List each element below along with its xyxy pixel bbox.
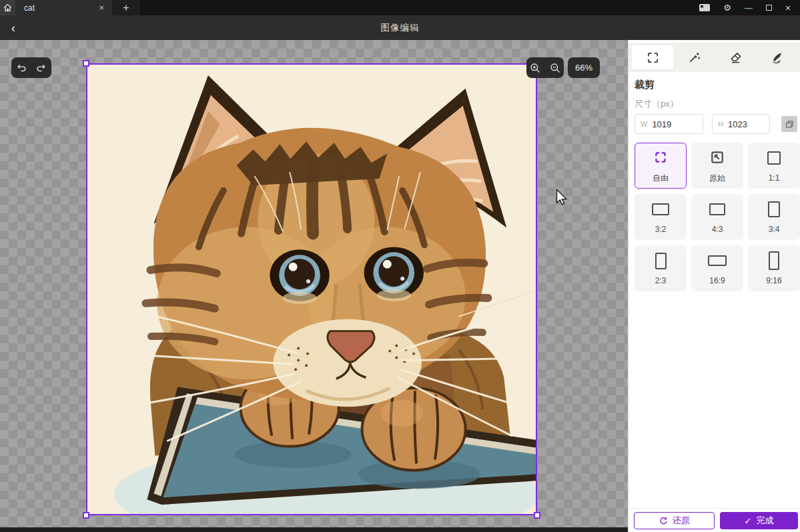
width-field[interactable]: W bbox=[635, 114, 703, 134]
ratio-label: 自由 bbox=[653, 173, 669, 184]
ratio-free[interactable]: 自由 bbox=[635, 143, 687, 189]
ratio-label: 9:16 bbox=[766, 276, 781, 285]
portrait-ratio-icon bbox=[768, 201, 780, 217]
home-button[interactable] bbox=[0, 0, 15, 15]
done-button[interactable]: ✓ 完成 bbox=[720, 512, 798, 529]
action-bar: 还原 ✓ 完成 bbox=[629, 508, 800, 532]
check-icon: ✓ bbox=[745, 516, 752, 526]
landscape-ratio-icon bbox=[709, 203, 725, 215]
wide-ratio-icon bbox=[708, 255, 727, 266]
ratio-label: 1:1 bbox=[769, 173, 780, 183]
ratio-16-9[interactable]: 16:9 bbox=[691, 245, 743, 291]
reset-button[interactable]: 还原 bbox=[634, 512, 715, 529]
magic-wand-icon bbox=[688, 51, 701, 64]
cat-artwork bbox=[87, 65, 536, 514]
tab-close-icon[interactable]: × bbox=[96, 2, 107, 13]
maximize-button[interactable] bbox=[766, 5, 772, 11]
redo-icon[interactable] bbox=[36, 63, 47, 73]
maximize-icon bbox=[766, 5, 772, 11]
free-crop-icon bbox=[653, 150, 668, 165]
width-prefix: W bbox=[641, 120, 647, 128]
ratio-9-16[interactable]: 9:16 bbox=[748, 245, 800, 291]
minimize-button[interactable]: — bbox=[745, 4, 753, 12]
portrait-ratio-icon bbox=[655, 253, 667, 269]
new-tab-button[interactable]: + bbox=[112, 0, 140, 15]
ratio-label: 3:4 bbox=[769, 225, 780, 234]
titlebar-controls: ⚙ — × bbox=[140, 0, 800, 15]
tool-strip bbox=[629, 43, 800, 72]
ratio-2-3[interactable]: 2:3 bbox=[635, 245, 687, 291]
crop-region[interactable] bbox=[86, 63, 537, 515]
canvas-bottom-edge bbox=[0, 527, 628, 532]
page-title: 图像编辑 bbox=[0, 15, 800, 40]
tool-crop[interactable] bbox=[632, 45, 673, 69]
zoom-toolbar bbox=[526, 57, 564, 78]
eraser-icon bbox=[729, 51, 742, 64]
ratio-3-2[interactable]: 3:2 bbox=[635, 194, 687, 240]
zoom-in-icon[interactable] bbox=[530, 63, 540, 73]
brush-icon bbox=[771, 51, 783, 64]
width-input[interactable] bbox=[652, 119, 697, 129]
tall-ratio-icon bbox=[769, 251, 779, 270]
height-prefix: H bbox=[718, 120, 723, 128]
history-toolbar bbox=[11, 57, 51, 78]
ratio-label: 4:3 bbox=[712, 225, 723, 234]
close-button[interactable]: × bbox=[785, 3, 791, 13]
ratio-1-1[interactable]: 1:1 bbox=[748, 143, 800, 189]
ratio-grid: 自由 原始 1:1 3:2 4:3 3:4 bbox=[635, 143, 800, 291]
reset-label: 还原 bbox=[673, 515, 690, 527]
height-field[interactable]: H bbox=[712, 114, 770, 134]
mouse-cursor bbox=[556, 189, 568, 207]
crop-tool-icon bbox=[647, 51, 659, 64]
height-input[interactable] bbox=[728, 119, 764, 129]
ratio-label: 原始 bbox=[709, 173, 725, 184]
tool-repaint[interactable] bbox=[756, 45, 797, 69]
crop-handle-bottom-left[interactable] bbox=[83, 512, 89, 519]
panel-title: 裁剪 bbox=[635, 79, 655, 91]
zoom-level-badge[interactable]: 66% bbox=[568, 57, 600, 78]
tool-adjust[interactable] bbox=[673, 45, 715, 69]
original-size-icon bbox=[710, 150, 725, 165]
edit-sidebar: 裁剪 尺寸（px） W H 自由 bbox=[628, 40, 800, 532]
tool-eraser[interactable] bbox=[715, 45, 756, 69]
ratio-original[interactable]: 原始 bbox=[691, 143, 743, 189]
square-ratio-icon bbox=[767, 151, 781, 165]
ratio-label: 2:3 bbox=[655, 276, 667, 285]
editor-canvas: 66% bbox=[0, 40, 628, 532]
ratio-3-4[interactable]: 3:4 bbox=[748, 194, 800, 240]
gear-icon[interactable]: ⚙ bbox=[723, 3, 731, 12]
overlap-squares-icon bbox=[785, 120, 794, 129]
tab-title: cat bbox=[24, 3, 96, 13]
crop-handle-top-left[interactable] bbox=[83, 60, 89, 67]
ratio-label: 3:2 bbox=[655, 225, 667, 234]
aspect-lock-button[interactable] bbox=[781, 116, 797, 132]
home-icon bbox=[3, 3, 13, 13]
done-label: 完成 bbox=[756, 515, 773, 527]
panel-icon[interactable] bbox=[699, 4, 710, 11]
size-label: 尺寸（px） bbox=[635, 98, 679, 110]
back-button[interactable]: ‹ bbox=[5, 20, 21, 36]
landscape-ratio-icon bbox=[652, 203, 669, 215]
refresh-icon bbox=[659, 516, 668, 525]
ratio-label: 16:9 bbox=[709, 276, 725, 285]
tab-cat[interactable]: cat × bbox=[15, 0, 112, 15]
crop-handle-bottom-right[interactable] bbox=[534, 512, 540, 519]
titlebar: cat × + ⚙ — × bbox=[0, 0, 800, 15]
undo-icon[interactable] bbox=[15, 63, 27, 73]
zoom-out-icon[interactable] bbox=[550, 63, 560, 73]
app-header: 图像编辑 ‹ bbox=[0, 15, 800, 40]
ratio-4-3[interactable]: 4:3 bbox=[691, 194, 743, 240]
